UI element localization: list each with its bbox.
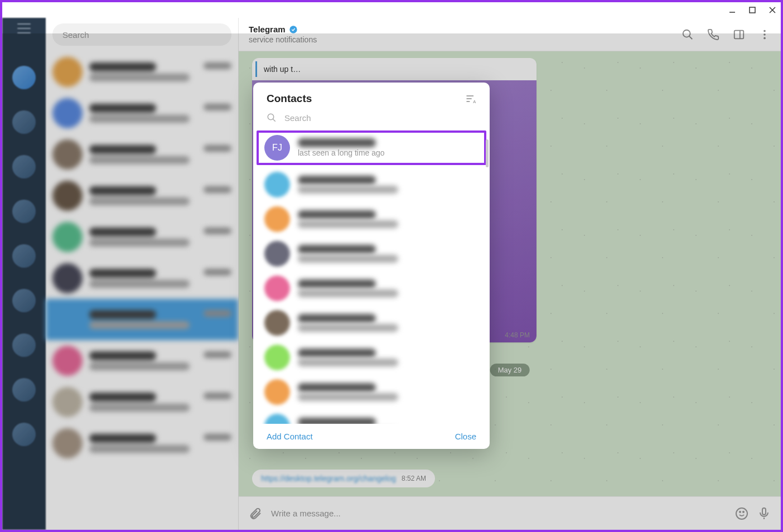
contact-item[interactable] [253,340,490,375]
contacts-search[interactable]: Search [253,109,490,128]
contact-name [298,383,376,392]
scrollbar-thumb[interactable] [486,139,489,167]
contact-item[interactable] [253,409,490,424]
contact-name [298,245,376,254]
contact-avatar [264,345,290,370]
contact-avatar: FJ [264,135,290,161]
search-icon [267,113,277,123]
contact-status [298,289,398,297]
contact-item[interactable] [253,271,490,306]
contact-avatar [264,275,290,301]
contact-avatar [264,241,290,267]
contact-status: last seen a long time ago [298,148,478,157]
contact-name [298,314,376,323]
sort-icon[interactable]: A [465,93,476,104]
contact-status [298,359,398,366]
chat-title: Telegram [249,25,682,34]
close-window-button[interactable] [768,6,776,14]
contact-name [298,418,376,424]
contact-item[interactable] [253,236,490,271]
app-root: Search Telegram service notifications [2,18,781,530]
svg-line-21 [273,119,276,122]
window-titlebar [2,2,781,18]
contact-item[interactable] [253,306,490,340]
svg-point-20 [268,114,274,120]
contacts-search-placeholder: Search [284,113,311,123]
contact-status [298,186,398,194]
contact-item-highlighted[interactable]: FJ last seen a long time ago [257,130,486,165]
modal-title: Contacts [267,93,312,105]
contact-status [298,393,398,401]
contact-avatar [264,172,290,197]
maximize-button[interactable] [748,6,756,14]
contact-status [298,255,398,263]
contact-status [298,220,398,228]
contact-name [298,210,376,219]
svg-rect-1 [750,7,755,13]
contact-avatar [264,310,290,336]
contact-status [298,324,398,332]
contact-name [298,349,376,357]
contact-avatar [264,379,290,405]
contact-item[interactable] [253,167,490,202]
contacts-modal: Contacts A Search FJ last seen a long ti… [253,83,490,449]
menu-button[interactable] [17,23,31,33]
svg-point-4 [289,26,297,33]
add-contact-button[interactable]: Add Contact [267,432,313,441]
contact-avatar [264,206,290,232]
contact-name [298,138,376,147]
contact-item[interactable] [253,375,490,409]
close-button[interactable]: Close [455,432,476,441]
svg-text:A: A [473,99,476,104]
contact-list[interactable]: FJ last seen a long time ago [253,128,490,424]
svg-point-9 [763,30,766,32]
contact-name [298,279,376,288]
minimize-button[interactable] [728,6,736,14]
contact-item[interactable] [253,202,490,236]
contact-name [298,176,376,185]
chat-title-text: Telegram [249,25,286,34]
verified-icon [289,25,298,34]
contact-avatar [264,414,290,424]
